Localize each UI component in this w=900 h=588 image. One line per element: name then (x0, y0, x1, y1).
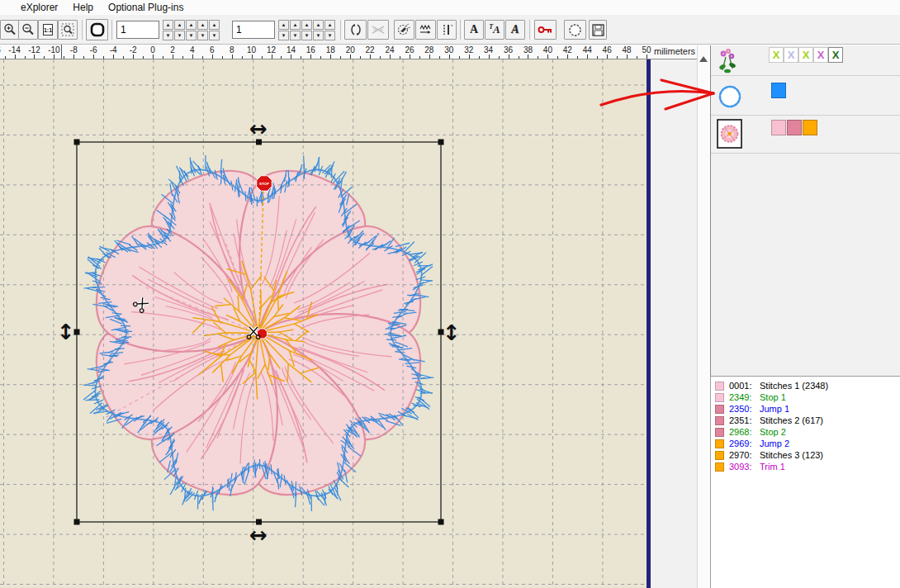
ruler-tick (73, 55, 74, 59)
stitch-list-row[interactable]: 3093:Trim 1 (711, 461, 900, 472)
stitch-list-row[interactable]: 0001:Stitches 1 (2348) (711, 380, 900, 391)
ruler-tick (528, 55, 528, 59)
step-down-button[interactable]: ▼ (278, 31, 289, 40)
step-down-button[interactable]: ▼ (197, 31, 208, 40)
stitch-color-swatch (715, 439, 724, 448)
step-up-button[interactable]: ▲ (163, 20, 173, 30)
delete-color-button-3[interactable]: X (798, 47, 813, 63)
selection-handle[interactable] (74, 519, 80, 525)
scrollbar-up-icon[interactable] (699, 56, 708, 62)
delete-color-button-2[interactable]: X (784, 47, 798, 63)
stitch-number: 2349: (729, 392, 756, 402)
ruler-label: 2 (170, 45, 175, 55)
monogram-button[interactable]: A (505, 20, 525, 40)
stitch-list-row[interactable]: 2968:Stop 2 (711, 426, 900, 438)
stitch-color-swatch (715, 416, 724, 425)
font-transform-button[interactable]: TA (485, 20, 504, 40)
scallop-shape-icon (567, 23, 583, 37)
stitch-list-row[interactable]: 2349:Stop 1 (711, 391, 900, 403)
stitch-number: 3093: (729, 462, 756, 472)
ruler-label: 36 (504, 45, 513, 55)
ruler-label: 20 (346, 45, 355, 55)
text-tool-button[interactable]: A (464, 20, 484, 40)
stitch-list-row[interactable]: 2350:Jump 1 (711, 403, 900, 415)
svg-text:*: * (451, 24, 453, 29)
step-up-button[interactable]: ▲ (174, 20, 185, 30)
step-down-button[interactable]: ▼ (174, 31, 185, 40)
hoop-button[interactable] (86, 19, 108, 40)
step-down-button[interactable]: ▼ (301, 31, 312, 40)
thread-color-swatch[interactable] (771, 83, 786, 98)
ruler-tick (647, 55, 647, 59)
zoom-selection-button[interactable] (58, 20, 78, 40)
ruler-tick (449, 55, 450, 59)
password-lock-button[interactable] (534, 20, 557, 40)
reconnect-ends-button[interactable] (344, 20, 367, 40)
step-up-button[interactable]: ▲ (278, 20, 289, 30)
step-up-button[interactable]: ▲ (324, 20, 335, 30)
delete-color-button-1[interactable]: X (769, 47, 784, 63)
ruler-tick (340, 56, 341, 59)
flower-thumbnail[interactable] (717, 119, 743, 149)
delete-color-button-5[interactable]: X (828, 47, 843, 63)
outline-shape-button[interactable] (564, 20, 586, 40)
ruler-tick (617, 56, 618, 59)
step-down-button[interactable]: ▼ (163, 31, 173, 40)
menu-item-explorer[interactable]: eXplorer (13, 1, 65, 14)
step-down-button[interactable]: ▼ (186, 31, 197, 40)
ruler-label: 10 (247, 45, 256, 55)
ruler-label: 6 (210, 45, 215, 55)
ruler-tick (577, 56, 578, 59)
menu-item-help[interactable]: Help (65, 1, 101, 14)
toolbar-separator (529, 20, 533, 40)
thread-color-swatch[interactable] (803, 120, 817, 135)
canvas-scrollbar[interactable] (697, 45, 710, 588)
monogram-a-icon: A (511, 23, 519, 36)
stitch-color-swatch (715, 382, 724, 391)
design-canvas[interactable]: STOP↔↔↕↕ (0, 59, 651, 588)
selection-handle[interactable] (438, 140, 444, 145)
ruler-label: 14 (287, 45, 296, 55)
thread-color-swatch[interactable] (787, 120, 802, 135)
stitch-end-input[interactable] (232, 21, 275, 39)
menu-item-plugins[interactable]: Optional Plug-ins (101, 1, 191, 14)
design-group-row[interactable]: XXXXX (711, 45, 900, 76)
zoom-one-to-one-button[interactable]: 1:1 (38, 20, 58, 40)
ruler-tick (310, 55, 311, 59)
stitch-start-input[interactable] (116, 21, 159, 39)
step-up-button[interactable]: ▲ (313, 20, 324, 30)
selection-handle[interactable] (438, 519, 444, 525)
ruler-label: 48 (623, 45, 632, 55)
ruler-tick (627, 55, 628, 59)
step-down-button[interactable]: ▼ (290, 31, 301, 40)
stitch-list-row[interactable]: 2970:Stitches 3 (123) (711, 449, 900, 461)
key-icon (538, 24, 553, 36)
step-up-button[interactable]: ▲ (290, 20, 301, 30)
stitch-density-button[interactable] (415, 20, 436, 40)
stitch-number: 2350: (729, 404, 756, 414)
step-down-button[interactable]: ▼ (313, 31, 324, 40)
outline-object-row[interactable] (711, 76, 900, 116)
step-up-button[interactable]: ▲ (209, 20, 220, 30)
save-button[interactable] (589, 20, 607, 40)
delete-color-button-4[interactable]: X (813, 47, 828, 63)
needle-points-button[interactable]: * (437, 20, 457, 40)
resize-arrow-cursor: ↕ (57, 320, 75, 344)
stitch-simulator-button[interactable] (394, 20, 414, 40)
stitch-list-row[interactable]: 2351:Stitches 2 (617) (711, 415, 900, 426)
step-up-button[interactable]: ▲ (301, 20, 312, 30)
stitch-list: 0001:Stitches 1 (2348)2349:Stop 12350:Ju… (710, 376, 900, 588)
ruler-label: 40 (543, 45, 552, 55)
step-down-button[interactable]: ▼ (324, 31, 335, 40)
selection-handle[interactable] (74, 140, 80, 145)
stitch-list-row[interactable]: 2969:Jump 2 (711, 438, 900, 449)
zoom-out-button[interactable] (18, 20, 38, 40)
embroidery-editor-window: { "menu": {"items": [ {"id":"explorer","… (0, 0, 900, 588)
step-up-button[interactable]: ▲ (197, 20, 208, 30)
flower-object-row[interactable] (711, 116, 900, 154)
stop-marker-center (257, 329, 267, 339)
zoom-in-button[interactable] (0, 20, 20, 40)
step-down-button[interactable]: ▼ (209, 31, 220, 40)
step-up-button[interactable]: ▲ (186, 20, 197, 30)
thread-color-swatch[interactable] (771, 120, 786, 135)
